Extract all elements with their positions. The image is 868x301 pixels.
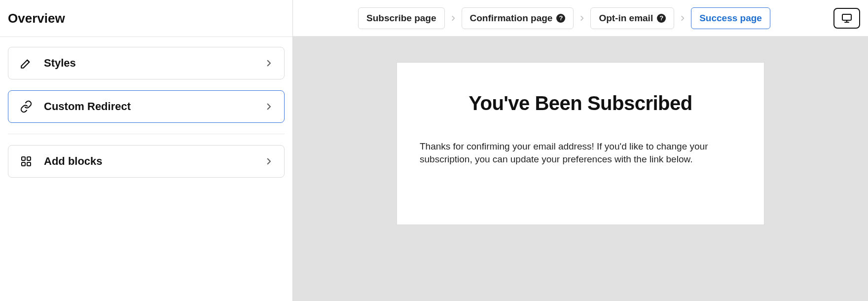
preview-heading: You've Been Subscribed xyxy=(420,92,741,114)
chevron-right-icon xyxy=(264,102,273,111)
preview-card[interactable]: You've Been Subscribed Thanks for confir… xyxy=(397,62,764,225)
breadcrumb-optin-email[interactable]: Opt-in email ? xyxy=(590,7,674,29)
main: Subscribe page Confirmation page ? Opt-i… xyxy=(293,0,868,301)
svg-rect-1 xyxy=(27,157,31,160)
link-icon xyxy=(19,100,33,113)
help-icon[interactable]: ? xyxy=(556,14,565,23)
toolbar: Subscribe page Confirmation page ? Opt-i… xyxy=(293,0,868,37)
svg-rect-3 xyxy=(27,162,31,166)
breadcrumb-success-page[interactable]: Success page xyxy=(691,7,770,29)
help-icon[interactable]: ? xyxy=(657,14,666,23)
breadcrumb-label: Opt-in email xyxy=(599,13,653,24)
chevron-right-icon xyxy=(264,59,273,68)
chevron-right-icon xyxy=(264,157,273,166)
breadcrumb: Subscribe page Confirmation page ? Opt-i… xyxy=(299,7,830,29)
divider xyxy=(8,134,285,134)
grid-icon xyxy=(19,154,33,168)
sidebar-item-label: Custom Redirect xyxy=(44,100,264,113)
breadcrumb-label: Subscribe page xyxy=(366,13,436,24)
desktop-preview-button[interactable] xyxy=(833,8,860,29)
svg-rect-4 xyxy=(842,14,851,20)
sidebar-item-custom-redirect[interactable]: Custom Redirect xyxy=(8,90,285,123)
sidebar-item-label: Styles xyxy=(44,57,264,70)
pencil-icon xyxy=(19,56,33,70)
preview-canvas: You've Been Subscribed Thanks for confir… xyxy=(293,37,868,301)
breadcrumb-label: Confirmation page xyxy=(470,13,553,24)
sidebar-body: Styles Custom Redirect xyxy=(0,37,292,198)
chevron-right-icon xyxy=(679,15,686,22)
breadcrumb-label: Success page xyxy=(699,13,762,24)
chevron-right-icon xyxy=(579,15,585,22)
breadcrumb-confirmation-page[interactable]: Confirmation page ? xyxy=(462,7,574,29)
sidebar-item-label: Add blocks xyxy=(44,155,264,168)
sidebar-item-add-blocks[interactable]: Add blocks xyxy=(8,145,285,178)
page-title: Overview xyxy=(8,11,65,26)
sidebar-header: Overview xyxy=(0,0,292,37)
sidebar-item-styles[interactable]: Styles xyxy=(8,47,285,79)
monitor-icon xyxy=(841,12,853,24)
chevron-right-icon xyxy=(450,15,457,22)
svg-rect-2 xyxy=(22,162,25,166)
breadcrumb-subscribe-page[interactable]: Subscribe page xyxy=(358,7,445,29)
svg-rect-0 xyxy=(22,157,25,160)
sidebar: Overview Styles Custom Redirect xyxy=(0,0,293,301)
preview-body-text: Thanks for confirming your email address… xyxy=(420,140,741,165)
